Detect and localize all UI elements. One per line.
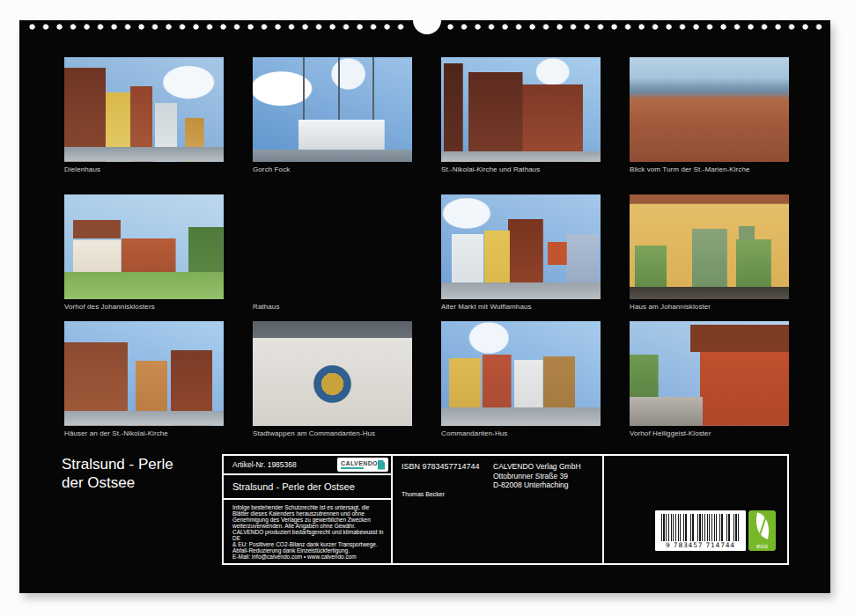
article-number-row: Artikel-Nr. 1985368 CALVENDO: [224, 456, 391, 475]
photo-caption: Blick vom Turm der St.-Marien-Kirche: [630, 165, 789, 173]
isbn: ISBN 9783457714744: [402, 462, 480, 471]
ean-barcode: 9 783457 714744: [655, 510, 746, 551]
photo-thumbnail: [253, 57, 412, 162]
photo-caption: Vorhof Heiliggeist-Kloster: [630, 429, 789, 437]
photo-haus-johanniskloster: Haus am Johanniskloster: [630, 194, 789, 311]
photo-caption: Gorch Fock: [253, 165, 412, 173]
photo-thumbnail: [441, 57, 601, 162]
calendar-back-cover: Dielenhaus Gorch Fock St.-Nikolai-Kirche…: [19, 20, 830, 593]
binding-holes-left: [29, 24, 408, 30]
photo-caption: Dielenhaus: [64, 165, 224, 173]
photo-caption: Commandanten-Hus: [441, 429, 601, 437]
info-left-column: Artikel-Nr. 1985368 CALVENDO Stralsund -…: [224, 456, 393, 563]
photo-thumbnail: [64, 194, 224, 299]
calvendo-logo-textwrap: CALVENDO: [341, 460, 378, 469]
photo-thumbnail: [441, 194, 601, 299]
article-number: Artikel-Nr. 1985368: [232, 460, 297, 469]
eco-logo: eco: [748, 510, 776, 551]
photo-caption: Vorhof des Johannisklosters: [64, 303, 224, 311]
photo-gorch-fock: Gorch Fock: [253, 57, 412, 173]
barcode-digits: 9 783457 714744: [655, 541, 746, 549]
publisher-address: CALVENDO Verlag GmbH Ottobrunner Straße …: [493, 462, 581, 490]
calvendo-page-icon: [378, 460, 385, 470]
photo-caption: St.-Nikolai-Kirche und Rathaus: [441, 165, 601, 173]
photo-thumbnail: [630, 194, 789, 299]
photo-thumbnail: [441, 321, 601, 426]
photo-stadtwappen: Stadtwappen am Commandanten-Hus: [253, 321, 412, 437]
binding-holes-right: [447, 24, 828, 30]
barcode-area: 9 783457 714744 eco: [655, 510, 776, 551]
photo-commandanten-hus: Commandanten-Hus: [441, 321, 601, 437]
photo-row-1: Dielenhaus Gorch Fock St.-Nikolai-Kirche…: [64, 57, 789, 173]
author-name: Thomas Becker: [402, 491, 445, 497]
photo-haeuser-nikolai: Häuser an der St.-Nikolai-Kirche: [64, 321, 224, 437]
photo-rathaus: Rathaus: [253, 194, 412, 311]
photo-thumbnail: [64, 57, 224, 162]
photo-row-2: Vorhof des Johannisklosters Rathaus Alte…: [64, 194, 789, 311]
photo-nikolai-kirche-rathaus: St.-Nikolai-Kirche und Rathaus: [441, 57, 601, 173]
photo-caption: Rathaus: [253, 303, 412, 311]
photo-turmblick: Blick vom Turm der St.-Marien-Kirche: [630, 57, 789, 173]
photo-caption: Häuser an der St.-Nikolai-Kirche: [64, 429, 224, 437]
photo-thumbnail: [253, 321, 412, 426]
calvendo-logo-text: CALVENDO: [341, 460, 378, 466]
photo-thumbnail: [630, 321, 789, 426]
photo-caption: Alter Markt mit Wulflamhaus: [441, 303, 601, 311]
info-middle-column: ISBN 9783457714744 Thomas Becker CALVEND…: [393, 456, 604, 563]
photo-wulflamhaus: Alter Markt mit Wulflamhaus: [441, 194, 601, 311]
hanger-hole: [413, 6, 441, 34]
photo-row-3: Häuser an der St.-Nikolai-Kirche Stadtwa…: [64, 321, 789, 437]
eco-label: eco: [748, 542, 776, 550]
product-title: Stralsund - Perle der Ostsee: [232, 481, 355, 492]
photo-heiliggeist-kloster: Vorhof Heiliggeist-Kloster: [630, 321, 789, 437]
calvendo-logo: CALVENDO: [337, 458, 388, 472]
calendar-title: Stralsund - Perle der Ostsee: [62, 455, 173, 492]
product-title-row: Stralsund - Perle der Ostsee: [224, 475, 391, 500]
page: { "calendar": { "title_lines": "Stralsun…: [0, 0, 855, 616]
photo-johanniskloster-vorhof: Vorhof des Johannisklosters: [64, 194, 224, 311]
photo-caption: Haus am Johanniskloster: [630, 303, 789, 311]
photo-dielenhaus: Dielenhaus: [64, 57, 224, 173]
photo-thumbnail: [64, 321, 224, 426]
barcode-bars: [661, 514, 740, 541]
photo-caption: Stadtwappen am Commandanten-Hus: [253, 429, 412, 437]
publisher-info-box: Artikel-Nr. 1985368 CALVENDO Stralsund -…: [222, 454, 789, 565]
photo-thumbnail: [253, 194, 412, 299]
photo-thumbnail: [630, 57, 789, 162]
legal-text: Infolge bestehender Schutzrechte ist es …: [224, 500, 391, 563]
info-right-column: 9 783457 714744 eco: [604, 456, 787, 563]
calvendo-logo-tagline: [341, 467, 364, 469]
